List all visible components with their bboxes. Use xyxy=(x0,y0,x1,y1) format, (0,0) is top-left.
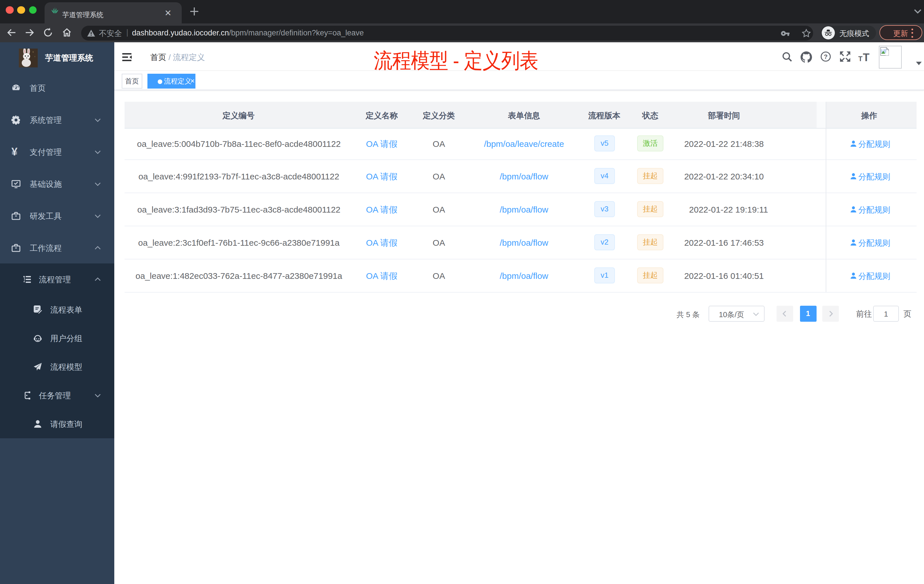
svg-text:T: T xyxy=(863,51,870,62)
svg-text:T: T xyxy=(858,55,863,62)
svg-text:?: ? xyxy=(824,53,827,60)
